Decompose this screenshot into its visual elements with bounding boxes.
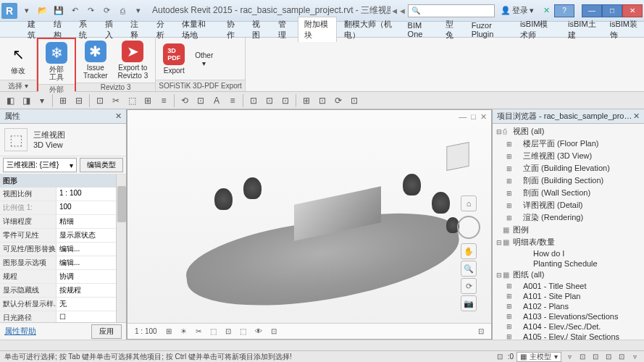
- tool-4[interactable]: ⊞: [56, 93, 70, 108]
- crop-icon[interactable]: ⬚: [237, 327, 249, 335]
- select-icon-2[interactable]: ⊡: [590, 352, 601, 362]
- open-icon[interactable]: 📂: [36, 4, 49, 17]
- select-icon-4[interactable]: ⊡: [616, 352, 627, 362]
- viewport[interactable]: — □ ✕ ⌂ ✋ 🔍 ⟳ 📷 1 : 100: [127, 109, 492, 340]
- close-icon[interactable]: ✕: [115, 111, 122, 121]
- nav-wheel[interactable]: [457, 216, 480, 239]
- qat-more-icon[interactable]: ▾: [132, 4, 145, 17]
- status-icon-1[interactable]: ⊡: [495, 352, 505, 362]
- minimize-button[interactable]: —: [582, 4, 602, 17]
- tool-19[interactable]: ⊡: [315, 93, 330, 108]
- reveal-icon[interactable]: ⊡: [268, 327, 280, 335]
- tree-root-views[interactable]: ⊟⎙视图 (all): [493, 125, 644, 138]
- sunpath-icon[interactable]: ✂: [193, 327, 204, 335]
- modify-button[interactable]: ↖ 修改: [3, 42, 33, 76]
- tool-12[interactable]: ⊡: [193, 93, 208, 108]
- menu-xingtu[interactable]: 型兔: [440, 17, 464, 42]
- menu-isbim2[interactable]: isBIM土建: [562, 17, 602, 42]
- menu-view[interactable]: 视图: [246, 17, 271, 42]
- tool-15[interactable]: ⊡: [246, 93, 261, 108]
- export-revizto-button[interactable]: ➤ Export to Revizto 3: [114, 39, 153, 81]
- vp-max-icon[interactable]: □: [471, 112, 476, 121]
- pdf-export-button[interactable]: 3DPDF Export: [159, 42, 189, 76]
- tree-view[interactable]: ⊞详图视图 (Detail): [493, 199, 644, 211]
- tree-sheet[interactable]: ⊞A105 - Elev./ Stair Sections: [493, 332, 644, 340]
- tree-schedule-item[interactable]: Planting Schedule: [493, 258, 644, 269]
- viewcube[interactable]: [438, 136, 478, 177]
- horizontal-scrollbar[interactable]: [0, 340, 644, 350]
- tree-schedules[interactable]: ⊟▦明细表/数量: [493, 236, 644, 248]
- select-icon-5[interactable]: ▿: [630, 352, 640, 362]
- edit-type-button[interactable]: 编辑类型: [80, 158, 123, 172]
- tool-9[interactable]: ⊞: [141, 93, 155, 108]
- vcb-right-icon[interactable]: ⊡: [475, 327, 487, 335]
- tree-view[interactable]: ⊞渲染 (Rendering): [493, 211, 644, 224]
- scale-label[interactable]: 1 : 100: [132, 327, 160, 335]
- menu-isbim1[interactable]: isBIM模术师: [514, 17, 561, 42]
- app-icon[interactable]: R: [1, 3, 17, 19]
- help-icon[interactable]: ?: [554, 4, 574, 17]
- tool-16[interactable]: ⊡: [262, 93, 277, 108]
- tool-11[interactable]: ⟲: [177, 93, 192, 108]
- menu-bimone[interactable]: BIM One: [402, 20, 439, 40]
- menu-isbim3[interactable]: isBIM装饰: [604, 17, 644, 42]
- tree-schedule-item[interactable]: How do I: [493, 248, 644, 258]
- vp-close-icon[interactable]: ✕: [480, 112, 487, 122]
- prop-group-graphics[interactable]: 图形⏶: [0, 174, 126, 188]
- hide-icon[interactable]: 👁: [252, 327, 265, 335]
- nav-pan-icon[interactable]: ✋: [461, 243, 477, 259]
- menu-fanmo[interactable]: 翻模大师（机电）: [338, 17, 401, 42]
- tool-14[interactable]: ≡: [225, 93, 240, 108]
- sync-icon[interactable]: ⟳: [100, 4, 113, 17]
- tool-20[interactable]: ⟳: [331, 93, 346, 108]
- tree-view[interactable]: ⊞立面 (Building Elevation): [493, 162, 644, 174]
- tree-view[interactable]: ⊞剖面 (Wall Section): [493, 187, 644, 199]
- tree-sheet[interactable]: ⊞A001 - Title Sheet: [493, 281, 644, 291]
- undo-icon[interactable]: ↶: [68, 4, 81, 17]
- redo-icon[interactable]: ↷: [84, 4, 97, 17]
- tool-1[interactable]: ◧: [3, 93, 17, 108]
- search-input[interactable]: 🔍: [408, 4, 495, 17]
- nav-camera-icon[interactable]: 📷: [461, 295, 477, 311]
- properties-help-link[interactable]: 属性帮助: [4, 326, 36, 337]
- tool-18[interactable]: ⊞: [299, 93, 314, 108]
- tree-legends[interactable]: ▦图例: [493, 224, 644, 236]
- detail-icon[interactable]: ⊞: [163, 327, 175, 335]
- vp-min-icon[interactable]: —: [459, 112, 467, 121]
- tree-view[interactable]: ⊞楼层平面 (Floor Plan): [493, 138, 644, 150]
- instance-selector[interactable]: 三维视图: {三维}▾: [3, 158, 77, 172]
- nav-home-icon[interactable]: ⌂: [461, 195, 477, 211]
- select-icon-3[interactable]: ⊡: [603, 352, 614, 362]
- menu-addins[interactable]: 附加模块: [298, 17, 336, 42]
- qat-menu-icon[interactable]: ▾: [20, 4, 33, 17]
- tool-7[interactable]: ✂: [109, 93, 123, 108]
- tree-sheet[interactable]: ⊞A103 - Elevations/Sections: [493, 311, 644, 321]
- maximize-button[interactable]: □: [602, 4, 622, 17]
- shadow-icon[interactable]: ⬚: [207, 327, 219, 335]
- nav-zoom-icon[interactable]: 🔍: [461, 261, 477, 277]
- tree-sheets[interactable]: ⊟▦图纸 (all): [493, 269, 644, 281]
- print-icon[interactable]: ⎙: [116, 4, 129, 17]
- tool-2[interactable]: ◨: [19, 93, 33, 108]
- issue-tracker-button[interactable]: ✱ Issue Tracker: [79, 39, 112, 81]
- save-icon[interactable]: 💾: [52, 4, 65, 17]
- close-icon[interactable]: ✕: [633, 111, 640, 121]
- filter-icon[interactable]: ▿: [564, 352, 574, 362]
- render-icon[interactable]: ⊡: [222, 327, 234, 335]
- exchange-icon[interactable]: ✕: [540, 4, 553, 17]
- visual-style-icon[interactable]: ☀: [177, 327, 190, 335]
- close-button[interactable]: ✕: [622, 4, 643, 17]
- tree-sheet[interactable]: ⊞A101 - Site Plan: [493, 291, 644, 301]
- menu-fuzor[interactable]: Fuzor Plugin: [466, 20, 513, 40]
- other-button[interactable]: Other ▾: [191, 49, 217, 69]
- tree-sheet[interactable]: ⊞A102 - Plans: [493, 301, 644, 311]
- nav-orbit-icon[interactable]: ⟳: [461, 278, 477, 294]
- tool-5[interactable]: ⊟: [72, 93, 86, 108]
- tool-17[interactable]: ⊡: [278, 93, 293, 108]
- prop-scrollbar[interactable]: [117, 186, 126, 222]
- tool-13[interactable]: A: [209, 93, 224, 108]
- tool-21[interactable]: ⊡: [347, 93, 361, 108]
- apply-button[interactable]: 应用: [91, 324, 122, 339]
- tree-sheet[interactable]: ⊞A104 - Elev./Sec./Det.: [493, 321, 644, 332]
- menu-manage[interactable]: 管理: [272, 17, 297, 42]
